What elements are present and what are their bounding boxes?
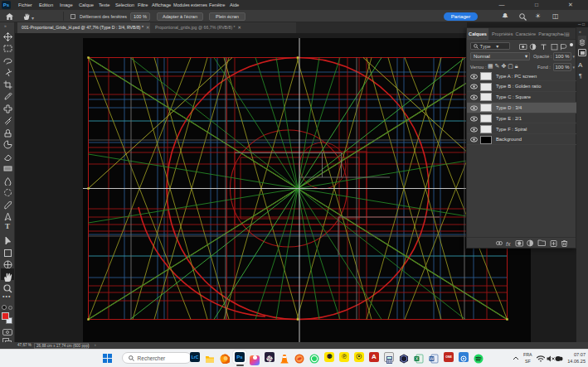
svg-text:fx: fx <box>506 241 511 247</box>
svg-text:W: W <box>430 356 435 361</box>
svg-text:X: X <box>415 356 419 361</box>
